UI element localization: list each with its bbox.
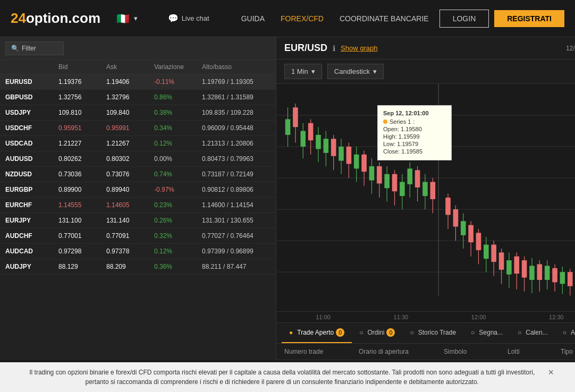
svg-rect-30: [369, 166, 375, 181]
tab-label: Trade Aperto: [297, 329, 334, 336]
col-high-low: Alto/basso: [202, 63, 276, 71]
right-panel: EUR/USD ℹ Show graph 12/09/2017 12:57:22…: [276, 37, 575, 360]
timeframe-chevron: ▾: [311, 67, 315, 75]
tab-ordini[interactable]: ○Ordini0: [352, 323, 402, 343]
info-icon[interactable]: ℹ: [333, 44, 335, 53]
bid-AUDCHF: 0.77001: [58, 232, 106, 240]
table-row[interactable]: EURJPY 131.100 131.140 0.26% 131.301 / 1…: [0, 213, 276, 228]
flag-icon: 🇮🇹: [116, 12, 130, 25]
tab-segna[interactable]: ○Segna...: [463, 323, 510, 343]
table-row[interactable]: USDCAD 1.21227 1.21267 0.12% 1.21313 / 1…: [0, 136, 276, 151]
change-USDCAD: 0.12%: [154, 140, 202, 147]
ask-AUDCHF: 0.77091: [106, 232, 154, 240]
chart-type-chevron: ▾: [373, 67, 377, 75]
ask-USDCHF: 0.95991: [106, 124, 154, 132]
tab-storicotrade[interactable]: ○Storico Trade: [402, 323, 463, 343]
symbol-NZDUSD: NZDUSD: [5, 171, 58, 178]
tab-badge: 0: [336, 328, 344, 337]
table-row[interactable]: USDCHF 0.95951 0.95991 0.34% 0.96009 / 0…: [0, 121, 276, 136]
svg-rect-56: [476, 233, 481, 250]
symbol-USDCHF: USDCHF: [5, 124, 58, 132]
tab-aggio[interactable]: ○Aggio...: [555, 323, 575, 343]
tab-radio-icon: ○: [471, 329, 475, 336]
table-row[interactable]: EURGBP 0.89900 0.89940 -0.97% 0.90812 / …: [0, 182, 276, 198]
chart-controls: 1 Min ▾ Candlestick ▾: [276, 59, 575, 84]
ask-EURCHF: 1.14605: [106, 201, 154, 209]
chat-icon: 💬: [168, 13, 179, 23]
tooltip-close: Close: 1.19585: [383, 148, 446, 155]
svg-rect-12: [300, 131, 306, 147]
nav-coordinate[interactable]: COORDINATE BANCARIE: [340, 14, 429, 23]
login-button[interactable]: LOGIN: [439, 10, 489, 28]
register-button[interactable]: REGISTRATI: [494, 10, 564, 27]
left-panel: 🔍 Filter Bid Ask Variazione Alto/basso E…: [0, 37, 276, 360]
tab-radio-icon: ○: [410, 329, 413, 336]
search-icon: 🔍: [11, 45, 19, 52]
svg-rect-20: [331, 139, 336, 156]
svg-rect-28: [361, 155, 367, 172]
highlow-USDJPY: 109.835 / 109.228: [202, 109, 276, 116]
tooltip-high: High: 1.19599: [383, 133, 446, 140]
svg-rect-54: [468, 225, 473, 242]
table-row[interactable]: NZDUSD 0.73036 0.73076 0.74% 0.73187 / 0…: [0, 167, 276, 182]
highlow-NZDUSD: 0.73187 / 0.72149: [202, 171, 276, 178]
tab-label: Segna...: [479, 329, 503, 336]
chart-type-select[interactable]: Candlestick ▾: [327, 64, 384, 79]
nav-guida[interactable]: GUIDA: [241, 14, 265, 23]
col-variazione: Variazione: [154, 63, 202, 71]
tab-radio-icon: ○: [518, 329, 521, 336]
nav-forex-cfd[interactable]: FOREX/CFD: [281, 14, 324, 23]
svg-rect-36: [392, 174, 398, 191]
time-axis: 11:00 11:30 12:00 12:30: [276, 311, 575, 322]
main-content: 🔍 Filter Bid Ask Variazione Alto/basso E…: [0, 37, 575, 360]
change-EURGBP: -0.97%: [154, 186, 202, 193]
table-row[interactable]: GBPUSD 1.32756 1.32796 0.86% 1.32861 / 1…: [0, 90, 276, 105]
tab-badge: 0: [386, 328, 395, 337]
table-row[interactable]: AUDCAD 0.97298 0.97378 0.12% 0.97399 / 0…: [0, 244, 276, 259]
svg-rect-10: [293, 107, 298, 127]
bid-EURCHF: 1.14555: [58, 201, 106, 209]
timeframe-select[interactable]: 1 Min ▾: [284, 64, 322, 79]
ask-USDCAD: 1.21267: [106, 140, 154, 147]
show-graph-button[interactable]: Show graph: [341, 44, 377, 52]
symbol-AUDCAD: AUDCAD: [5, 248, 58, 255]
tooltip-series: Series 1:: [383, 118, 446, 125]
tab-calen[interactable]: ○Calen...: [510, 323, 555, 343]
change-EURUSD: -0.11%: [154, 78, 202, 86]
time-label-3: 12:00: [471, 314, 486, 320]
tooltip-date: Sep 12, 12:01:00: [383, 110, 446, 116]
pos-col-2: Orario di apertura: [359, 348, 444, 355]
svg-rect-44: [422, 182, 428, 196]
filter-input[interactable]: 🔍 Filter: [5, 41, 64, 55]
chart-datetime: 12/09/2017 12:57:22: [566, 45, 575, 52]
ask-GBPUSD: 1.32796: [106, 93, 154, 101]
time-label-4: 12:30: [549, 314, 564, 320]
table-row[interactable]: EURCHF 1.14555 1.14605 0.23% 1.14600 / 1…: [0, 198, 276, 213]
highlow-EURJPY: 131.301 / 130.655: [202, 217, 276, 224]
table-row[interactable]: AUDUSD 0.80262 0.80302 0.00% 0.80473 / 0…: [0, 151, 276, 167]
highlow-USDCHF: 0.96009 / 0.95448: [202, 124, 276, 132]
change-USDJPY: 0.38%: [154, 109, 202, 116]
svg-rect-46: [430, 182, 436, 199]
svg-rect-34: [384, 174, 390, 189]
svg-rect-66: [514, 257, 519, 274]
table-row[interactable]: AUDJPY 88.129 88.209 0.36% 88.211 / 87.4…: [0, 259, 276, 275]
tab-label: Calen...: [526, 329, 547, 336]
tab-radio-icon: ○: [563, 329, 566, 336]
flag-selector[interactable]: 🇮🇹 ▾: [116, 12, 138, 25]
table-row[interactable]: EURUSD 1.19376 1.19406 -0.11% 1.19769 / …: [0, 74, 276, 90]
table-row[interactable]: USDJPY 109.810 109.840 0.38% 109.835 / 1…: [0, 105, 276, 121]
flag-chevron: ▾: [134, 14, 138, 22]
change-EURJPY: 0.26%: [154, 217, 202, 224]
change-GBPUSD: 0.86%: [154, 93, 202, 101]
table-header: Bid Ask Variazione Alto/basso: [0, 60, 276, 74]
live-chat-button[interactable]: 💬 Live chat: [168, 13, 209, 23]
change-AUDCAD: 0.12%: [154, 248, 202, 255]
tooltip-series-label: Series 1: [390, 118, 411, 125]
svg-rect-78: [560, 272, 565, 284]
table-row[interactable]: AUDCHF 0.77001 0.77091 0.32% 0.77027 / 0…: [0, 228, 276, 244]
tab-tradeaperto[interactable]: ●Trade Aperto0: [282, 323, 352, 343]
svg-rect-38: [400, 182, 405, 196]
change-USDCHF: 0.34%: [154, 124, 202, 132]
ask-EURGBP: 0.89940: [106, 186, 154, 193]
